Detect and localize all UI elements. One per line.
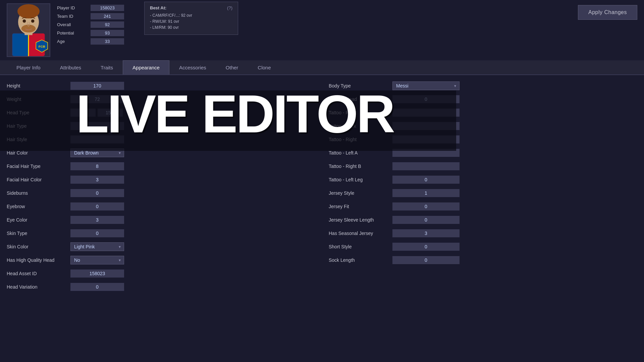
jersey-fit-label: Jersey Fit (329, 204, 389, 209)
tattoo-left-leg-row: Tattoo - Left Leg (329, 174, 637, 185)
body-type-select-wrapper: Lean Normal Stocky Messi Neymar (392, 81, 460, 90)
skin-type-input[interactable] (70, 229, 124, 237)
svg-point-9 (31, 19, 35, 23)
facial-hair-color-row: Facial Hair Color (7, 174, 315, 185)
overall-value: 92 (91, 21, 124, 28)
jersey-style-label: Jersey Style (329, 190, 389, 196)
hair-color-label: Hair Color (7, 150, 67, 156)
eye-color-input[interactable] (70, 216, 124, 224)
seasonal-jersey-input[interactable] (392, 229, 460, 237)
body-type-label: Body Type (329, 83, 389, 88)
jersey-sleeve-label: Jersey Sleeve Length (329, 217, 389, 223)
player-stats: Player ID 158023 Team ID 241 Overall 92 … (57, 5, 124, 45)
tab-attributes[interactable]: Attributes (50, 60, 91, 74)
svg-point-7 (21, 25, 36, 33)
sock-length-label: Sock Length (329, 257, 389, 263)
overall-row: Overall 92 (57, 21, 124, 28)
has-hq-head-select-wrapper: No Yes (70, 256, 124, 264)
team-id-label: Team ID (57, 14, 87, 19)
player-avatar: FCB (7, 3, 50, 57)
player-id-label: Player ID (57, 5, 87, 10)
short-style-input[interactable] (392, 243, 460, 251)
head-asset-id-input[interactable] (70, 269, 124, 278)
svg-rect-2 (12, 34, 29, 56)
eye-color-row: Eye Color (7, 215, 315, 225)
skin-color-select-wrapper: Light Pink Medium Dark Very Dark (70, 242, 124, 251)
best-at-box: Best At: (?) - CAM/RF/CF/...: 92 ovr - R… (144, 2, 238, 35)
eye-color-label: Eye Color (7, 217, 67, 223)
facial-hair-type-row: Facial Hair Type (7, 161, 315, 172)
tattoo-left-leg-input[interactable] (392, 176, 460, 184)
facial-hair-color-label: Facial Hair Color (7, 177, 67, 182)
svg-point-8 (23, 19, 26, 23)
header: FCB Player ID 158023 Team ID 241 Overall… (0, 0, 644, 60)
body-type-row: Body Type Lean Normal Stocky Messi Neyma… (329, 80, 637, 91)
head-variation-input[interactable] (70, 283, 124, 291)
live-editor-background (0, 90, 456, 151)
best-at-title: Best At: (150, 5, 166, 10)
jersey-sleeve-input[interactable] (392, 216, 460, 224)
eyebrow-input[interactable] (70, 202, 124, 210)
facial-hair-type-input[interactable] (70, 162, 124, 170)
facial-hair-color-input[interactable] (70, 176, 124, 184)
has-hq-head-select[interactable]: No Yes (70, 256, 124, 264)
tab-player-info[interactable]: Player Info (7, 60, 50, 74)
skin-color-label: Skin Color (7, 244, 67, 249)
team-id-value: 241 (91, 13, 124, 19)
head-asset-id-label: Head Asset ID (7, 271, 67, 276)
age-row: Age 33 (57, 38, 124, 45)
has-hq-head-row: Has High Quality Head No Yes (7, 255, 315, 265)
short-style-row: Short Style (329, 241, 637, 252)
sideburns-input[interactable] (70, 189, 124, 197)
best-at-help[interactable]: (?) (227, 5, 232, 10)
skin-color-row: Skin Color Light Pink Medium Dark Very D… (7, 241, 315, 252)
tattoo-right-b-input[interactable] (392, 162, 460, 170)
height-row: Height (7, 80, 315, 91)
tab-accessories[interactable]: Accessories (169, 60, 216, 74)
svg-text:FCB: FCB (39, 45, 45, 48)
tab-appearance[interactable]: Appearance (123, 60, 169, 74)
best-at-item-3: - LM/RM: 90 ovr (150, 25, 232, 30)
seasonal-jersey-label: Has Seasonal Jersey (329, 231, 389, 236)
jersey-fit-row: Jersey Fit (329, 201, 637, 212)
player-id-value: 158023 (91, 5, 124, 11)
player-id-row: Player ID 158023 (57, 5, 124, 11)
jersey-style-input[interactable] (392, 189, 460, 197)
best-at-item-1: - CAM/RF/CF/...: 92 ovr (150, 13, 232, 18)
age-value: 33 (91, 38, 124, 45)
facial-hair-type-label: Facial Hair Type (7, 164, 67, 169)
potential-row: Potential 93 (57, 30, 124, 36)
sideburns-row: Sideburns (7, 188, 315, 198)
seasonal-jersey-row: Has Seasonal Jersey (329, 228, 637, 239)
tattoo-left-leg-label: Tattoo - Left Leg (329, 177, 389, 182)
sock-length-input[interactable] (392, 256, 460, 264)
height-label: Height (7, 83, 67, 88)
height-input[interactable] (70, 82, 124, 90)
eyebrow-row: Eyebrow (7, 201, 315, 212)
tab-other[interactable]: Other (216, 60, 248, 74)
tattoo-right-b-row: Tattoo - Right B (329, 161, 637, 172)
tattoo-right-b-label: Tattoo - Right B (329, 164, 389, 169)
jersey-fit-input[interactable] (392, 202, 460, 210)
skin-type-row: Skin Type (7, 228, 315, 239)
svg-point-6 (17, 4, 40, 18)
has-hq-head-label: Has High Quality Head (7, 257, 67, 263)
sock-length-row: Sock Length (329, 255, 637, 265)
best-at-header: Best At: (?) (150, 5, 232, 10)
tattoo-left-a-label: Tattoo - Left A (329, 150, 389, 156)
age-label: Age (57, 39, 87, 44)
overall-label: Overall (57, 22, 87, 27)
best-at-item-2: - RW/LW: 91 ovr (150, 19, 232, 24)
head-variation-label: Head Variation (7, 284, 67, 290)
jersey-sleeve-row: Jersey Sleeve Length (329, 215, 637, 225)
tab-clone[interactable]: Clone (248, 60, 280, 74)
skin-type-label: Skin Type (7, 231, 67, 236)
apply-changes-button[interactable]: Apply Changes (578, 5, 637, 20)
sideburns-label: Sideburns (7, 190, 67, 196)
skin-color-select[interactable]: Light Pink Medium Dark Very Dark (70, 242, 124, 251)
eyebrow-label: Eyebrow (7, 204, 67, 209)
body-type-select[interactable]: Lean Normal Stocky Messi Neymar (392, 81, 460, 90)
head-variation-row: Head Variation (7, 282, 315, 292)
tab-traits[interactable]: Traits (91, 60, 123, 74)
potential-label: Potential (57, 31, 87, 36)
